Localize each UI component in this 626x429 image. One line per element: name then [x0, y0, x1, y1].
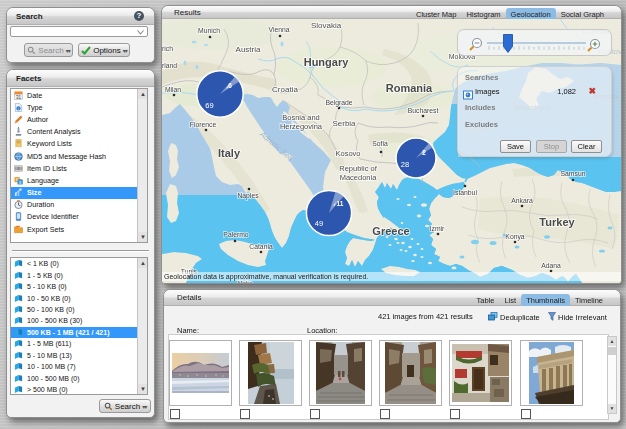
svg-text:rland: rland — [162, 62, 177, 69]
svg-text:Macedonia: Macedonia — [340, 173, 378, 182]
svg-text:69: 69 — [205, 101, 213, 110]
svg-text:Vienna: Vienna — [268, 26, 289, 33]
svg-text:Austria: Austria — [236, 45, 261, 54]
svg-text:Italy: Italy — [218, 147, 241, 159]
svg-text:Croatia: Croatia — [272, 85, 298, 94]
svg-text:Slovakia: Slovakia — [311, 21, 342, 30]
svg-text:11: 11 — [337, 200, 344, 207]
svg-text:Kosovo: Kosovo — [335, 149, 360, 158]
svg-text:rich: rich — [162, 45, 173, 52]
svg-text:6: 6 — [228, 82, 232, 89]
svg-text:Turkey: Turkey — [539, 216, 575, 228]
svg-text:Catania: Catania — [249, 243, 273, 250]
svg-text:Adana: Adana — [541, 262, 561, 269]
svg-text:Milan: Milan — [165, 86, 181, 93]
svg-text:Sofia: Sofia — [372, 140, 388, 147]
svg-text:Naples: Naples — [237, 192, 259, 200]
svg-text:Bosnia and: Bosnia and — [282, 113, 320, 122]
svg-text:Palermo: Palermo — [223, 231, 249, 238]
svg-text:28: 28 — [401, 160, 409, 169]
svg-text:Romania: Romania — [386, 82, 433, 94]
svg-text:Republic of: Republic of — [339, 164, 377, 173]
svg-text:Hungary: Hungary — [304, 56, 350, 68]
svg-text:Greece: Greece — [372, 225, 409, 237]
svg-text:i: i — [18, 106, 19, 111]
svg-text:Florence: Florence — [190, 121, 217, 128]
svg-text:Samsun: Samsun — [561, 170, 586, 177]
svg-text:Ankara: Ankara — [511, 197, 533, 204]
svg-text:Serbia: Serbia — [332, 119, 356, 128]
svg-text:Bucharest: Bucharest — [408, 107, 439, 114]
svg-text:Belgrade: Belgrade — [325, 99, 352, 107]
svg-text:Izmir: Izmir — [430, 225, 445, 232]
svg-text:Istanbul: Istanbul — [453, 189, 477, 196]
svg-text:Konya: Konya — [505, 233, 524, 241]
svg-text:Herzegovina: Herzegovina — [280, 122, 323, 131]
svg-text:Munich: Munich — [198, 27, 220, 34]
svg-text:31: 31 — [16, 94, 22, 99]
svg-text:49: 49 — [315, 219, 323, 228]
svg-text:2: 2 — [422, 149, 426, 156]
